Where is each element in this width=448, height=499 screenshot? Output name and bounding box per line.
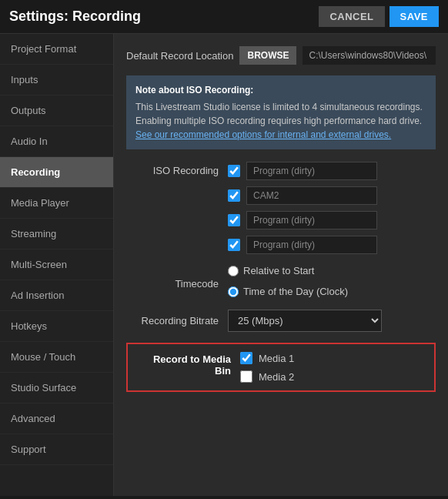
iso-input-2[interactable]: [246, 186, 377, 205]
iso-note-title: Note about ISO Recording:: [135, 83, 426, 97]
iso-input-1[interactable]: [246, 162, 377, 180]
timecode-label: Timecode: [126, 278, 219, 290]
sidebar: Project FormatInputsOutputsAudio InRecor…: [0, 34, 114, 496]
iso-checkbox-3[interactable]: [228, 214, 240, 226]
bitrate-label: Recording Bitrate: [126, 315, 219, 327]
sidebar-item-recording[interactable]: Recording: [0, 157, 113, 188]
timecode-radio-clock-input[interactable]: [228, 286, 239, 297]
iso-checkbox-4[interactable]: [228, 239, 240, 251]
media-bin-row-1: Media 1: [240, 352, 294, 364]
sidebar-item-multi-screen[interactable]: Multi-Screen: [0, 250, 113, 280]
browse-button[interactable]: BROWSE: [239, 46, 296, 65]
iso-checkbox-1[interactable]: [228, 165, 240, 177]
timecode-options: Relative to Start Time of the Day (Clock…: [228, 265, 348, 302]
page-title: Settings: Recording: [9, 8, 141, 25]
sidebar-item-project-format[interactable]: Project Format: [0, 34, 113, 65]
sidebar-item-inputs[interactable]: Inputs: [0, 65, 113, 95]
main-content: Default Record Location BROWSE C:\Users\…: [114, 34, 448, 496]
bitrate-row: Recording Bitrate 10 (Mbps) 15 (Mbps) 20…: [126, 310, 436, 332]
timecode-clock-label: Time of the Day (Clock): [243, 286, 348, 297]
timecode-radio-clock: Time of the Day (Clock): [228, 286, 348, 297]
media-bin-label: Record to Media Bin: [139, 352, 231, 377]
record-path-value: C:\Users\windows80\Videos\: [303, 46, 436, 65]
header: Settings: Recording CANCEL SAVE: [0, 0, 448, 34]
media-bin-checkbox-1[interactable]: [240, 352, 252, 364]
iso-row-3: [228, 211, 377, 229]
bitrate-select[interactable]: 10 (Mbps) 15 (Mbps) 20 (Mbps) 25 (Mbps) …: [228, 310, 382, 332]
iso-note-link[interactable]: See our recommended options for internal…: [135, 129, 391, 140]
iso-recording-label: ISO Recording: [126, 162, 219, 176]
iso-note-body: This Livestream Studio license is limite…: [135, 102, 423, 126]
record-location-row: Default Record Location BROWSE C:\Users\…: [126, 46, 436, 65]
iso-note-box: Note about ISO Recording: This Livestrea…: [126, 75, 436, 149]
sidebar-item-outputs[interactable]: Outputs: [0, 95, 113, 126]
sidebar-item-studio-surface[interactable]: Studio Surface: [0, 373, 113, 404]
record-location-label: Default Record Location: [126, 50, 233, 62]
iso-input-4[interactable]: [246, 236, 377, 254]
header-buttons: CANCEL SAVE: [319, 6, 439, 27]
iso-row-4: [228, 236, 377, 254]
media-bin-label-2: Media 2: [259, 371, 294, 383]
timecode-radio-relative: Relative to Start: [228, 265, 348, 276]
iso-input-3[interactable]: [246, 211, 377, 229]
sidebar-item-mouse-touch[interactable]: Mouse / Touch: [0, 342, 113, 373]
timecode-row: Timecode Relative to Start Time of the D…: [126, 265, 436, 302]
media-bin-checkbox-2[interactable]: [240, 370, 252, 383]
media-bin-checks: Media 1 Media 2: [240, 352, 294, 383]
iso-recording-section: ISO Recording: [126, 162, 436, 254]
iso-checkbox-2[interactable]: [228, 189, 240, 202]
sidebar-item-hotkeys[interactable]: Hotkeys: [0, 311, 113, 342]
cancel-button[interactable]: CANCEL: [319, 6, 384, 27]
iso-checkboxes: [228, 162, 377, 254]
sidebar-item-media-player[interactable]: Media Player: [0, 188, 113, 219]
sidebar-item-ad-insertion[interactable]: Ad Insertion: [0, 280, 113, 311]
media-bin-label-1: Media 1: [259, 353, 294, 364]
main-layout: Project FormatInputsOutputsAudio InRecor…: [0, 34, 448, 496]
sidebar-item-streaming[interactable]: Streaming: [0, 219, 113, 250]
sidebar-item-support[interactable]: Support: [0, 434, 113, 465]
media-bin-inner: Record to Media Bin Media 1 Media 2: [139, 352, 423, 383]
timecode-radio-relative-input[interactable]: [228, 266, 239, 276]
iso-row-2: [228, 186, 377, 205]
media-bin-section: Record to Media Bin Media 1 Media 2: [126, 343, 436, 392]
sidebar-item-audio-in[interactable]: Audio In: [0, 126, 113, 157]
timecode-relative-label: Relative to Start: [243, 265, 315, 276]
sidebar-item-advanced[interactable]: Advanced: [0, 404, 113, 434]
media-bin-row-2: Media 2: [240, 370, 294, 383]
iso-row-1: [228, 162, 377, 180]
save-button[interactable]: SAVE: [389, 6, 439, 27]
